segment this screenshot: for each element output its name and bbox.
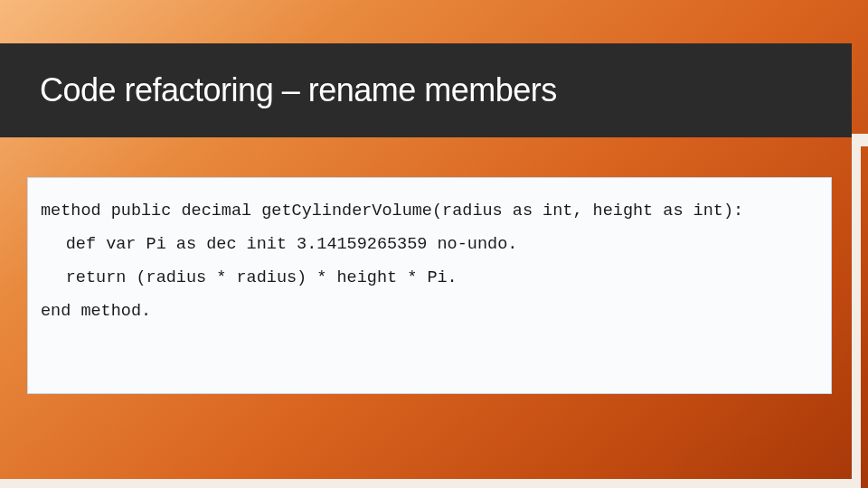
code-block: method public decimal getCylinderVolume(…: [27, 177, 832, 394]
accent-bottom: [0, 479, 861, 488]
accent-right: [852, 134, 861, 488]
page-title: Code refactoring – rename members: [0, 71, 557, 109]
code-line-3: return (radius * radius) * height * Pi.: [66, 268, 458, 287]
code-line-4: end method.: [41, 302, 151, 321]
code-line-2: def var Pi as dec init 3.14159265359 no-…: [66, 235, 518, 254]
code-content: method public decimal getCylinderVolume(…: [41, 194, 818, 328]
title-bar: Code refactoring – rename members: [0, 43, 852, 137]
code-line-1: method public decimal getCylinderVolume(…: [41, 202, 743, 221]
